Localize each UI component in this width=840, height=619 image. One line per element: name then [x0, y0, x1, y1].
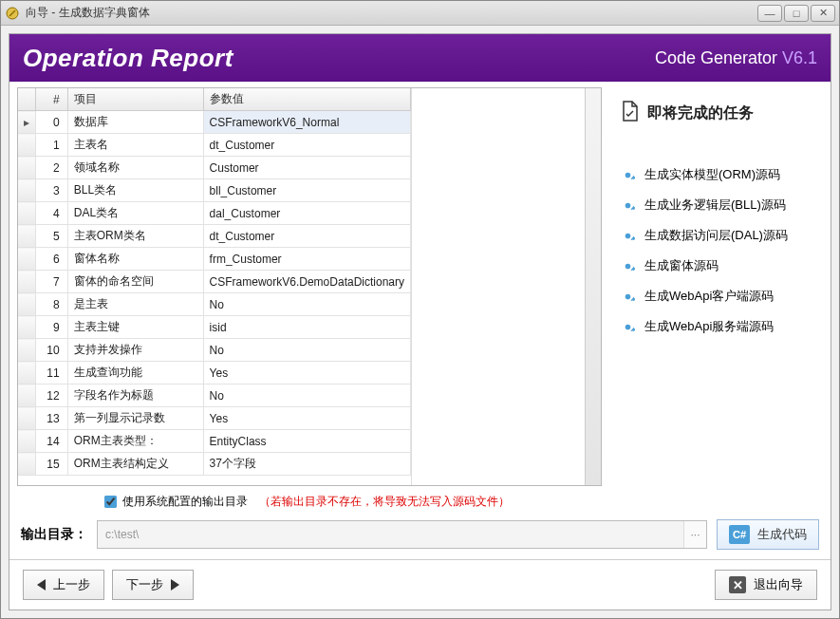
cell-value: isid [203, 316, 410, 339]
cell-project: 主表ORM类名 [67, 225, 203, 248]
cell-index: 6 [36, 248, 68, 271]
cell-index: 3 [36, 179, 68, 202]
cell-index: 13 [36, 407, 68, 430]
cell-project: 第一列显示记录数 [67, 407, 203, 430]
table-row[interactable]: ▸0数据库CSFrameworkV6_Normal [18, 111, 411, 134]
cell-project: 是主表 [67, 293, 203, 316]
cell-project: BLL类名 [67, 179, 203, 202]
gear-icon [621, 320, 635, 334]
cell-value: Yes [203, 362, 410, 385]
prev-label: 上一步 [53, 576, 90, 593]
prev-button[interactable]: 上一步 [23, 570, 104, 600]
task-item: 生成WebApi服务端源码 [621, 311, 817, 342]
cell-index: 11 [36, 362, 68, 385]
table-row[interactable]: 3BLL类名bll_Customer [18, 179, 411, 202]
row-indicator [18, 225, 36, 248]
table-row[interactable]: 11生成查询功能Yes [18, 362, 411, 385]
row-indicator [18, 453, 36, 476]
wizard-window: 向导 - 生成数据字典窗体 — □ ✕ Operation Report Cod… [0, 0, 840, 619]
output-dir-input[interactable]: c:\test\ ··· [97, 520, 707, 549]
cell-value: Yes [203, 407, 410, 430]
next-label: 下一步 [126, 576, 163, 593]
cell-value: No [203, 339, 410, 362]
cell-index: 10 [36, 339, 68, 362]
cell-project: ORM主表类型： [67, 430, 203, 453]
table-row[interactable]: 6窗体名称frm_Customer [18, 248, 411, 271]
close-icon: ✕ [729, 576, 746, 593]
gear-icon [621, 168, 635, 182]
row-indicator [18, 248, 36, 271]
banner-title: Operation Report [23, 44, 655, 73]
task-label: 生成WebApi客户端源码 [644, 288, 774, 305]
table-row[interactable]: 12字段名作为标题No [18, 385, 411, 407]
grid-spacer [411, 88, 601, 485]
cell-value: 37个字段 [203, 453, 410, 476]
task-item: 生成窗体源码 [621, 251, 817, 281]
cell-project: 主表名 [67, 134, 203, 157]
row-indicator [18, 385, 36, 407]
cell-project: 支持并发操作 [67, 339, 203, 362]
table-row[interactable]: 4DAL类名dal_Customer [18, 202, 411, 225]
browse-button[interactable]: ··· [683, 521, 706, 548]
output-warning: （若输出目录不存在，将导致无法写入源码文件） [259, 494, 510, 510]
product-name: Code Generator [655, 48, 782, 67]
cell-project: 数据库 [67, 111, 203, 134]
cell-index: 14 [36, 430, 68, 453]
use-system-output-dir-checkbox[interactable] [104, 496, 117, 508]
table-row[interactable]: 8是主表No [18, 293, 411, 316]
row-indicator [18, 339, 36, 362]
generate-code-button[interactable]: C# 生成代码 [717, 519, 819, 550]
window-title: 向导 - 生成数据字典窗体 [26, 5, 756, 21]
row-indicator [18, 179, 36, 202]
cell-project: 领域名称 [67, 157, 203, 179]
row-indicator [18, 202, 36, 225]
table-row[interactable]: 15ORM主表结构定义37个字段 [18, 453, 411, 476]
cell-value: dt_Customer [203, 134, 410, 157]
row-indicator [18, 157, 36, 179]
cell-value: frm_Customer [203, 248, 410, 271]
banner: Operation Report Code Generator V6.1 [9, 34, 831, 82]
gear-icon [621, 229, 635, 243]
task-label: 生成业务逻辑层(BLL)源码 [644, 197, 786, 214]
cell-project: ORM主表结构定义 [67, 453, 203, 476]
tasks-title-text: 即将完成的任务 [647, 103, 754, 123]
next-button[interactable]: 下一步 [112, 570, 194, 600]
cell-project: 字段名作为标题 [67, 385, 203, 407]
cell-value: dal_Customer [203, 202, 410, 225]
cell-index: 5 [36, 225, 68, 248]
cell-value: dt_Customer [203, 225, 410, 248]
table-row[interactable]: 1主表名dt_Customer [18, 134, 411, 157]
output-dir-label: 输出目录： [21, 526, 87, 543]
table-row[interactable]: 9主表主键isid [18, 316, 411, 339]
row-indicator: ▸ [18, 111, 36, 134]
table-row[interactable]: 14ORM主表类型：EntityClass [18, 430, 411, 453]
titlebar: 向导 - 生成数据字典窗体 — □ ✕ [1, 1, 839, 26]
table-row[interactable]: 13第一列显示记录数Yes [18, 407, 411, 430]
vertical-scrollbar[interactable] [587, 89, 600, 118]
cell-index: 4 [36, 202, 68, 225]
maximize-button[interactable]: □ [784, 5, 809, 22]
cell-index: 12 [36, 385, 68, 407]
table-row[interactable]: 7窗体的命名空间CSFrameworkV6.DemoDataDictionary [18, 271, 411, 293]
table-row[interactable]: 2领域名称Customer [18, 157, 411, 179]
cell-index: 8 [36, 293, 68, 316]
document-icon [621, 101, 640, 125]
table-row[interactable]: 5主表ORM类名dt_Customer [18, 225, 411, 248]
generate-code-label: 生成代码 [757, 526, 807, 543]
csharp-icon: C# [729, 525, 750, 544]
output-row: 输出目录： c:\test\ ··· C# 生成代码 [9, 514, 831, 559]
content-panel: Operation Report Code Generator V6.1 # 项 [9, 33, 831, 610]
exit-wizard-button[interactable]: ✕ 退出向导 [715, 570, 817, 600]
product-version: V6.1 [782, 48, 817, 67]
task-item: 生成实体模型(ORM)源码 [621, 159, 817, 190]
gear-icon [621, 259, 635, 273]
minimize-button[interactable]: — [757, 5, 782, 22]
side-panel: 即将完成的任务 生成实体模型(ORM)源码生成业务逻辑层(BLL)源码生成数据访… [609, 87, 823, 486]
close-button[interactable]: ✕ [811, 5, 835, 22]
table-row[interactable]: 10支持并发操作No [18, 339, 411, 362]
col-project[interactable]: 项目 [67, 88, 203, 111]
col-index[interactable]: # [36, 88, 68, 111]
row-indicator [18, 316, 36, 339]
col-value[interactable]: 参数值 [203, 88, 410, 111]
row-indicator [18, 134, 36, 157]
